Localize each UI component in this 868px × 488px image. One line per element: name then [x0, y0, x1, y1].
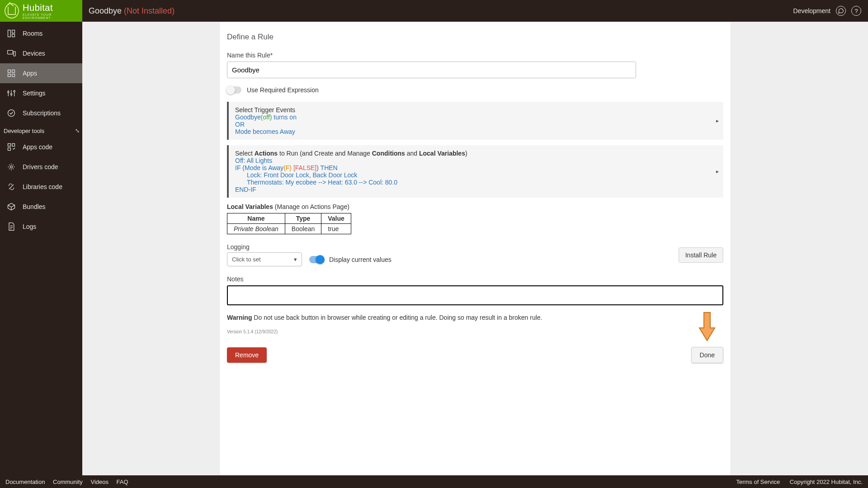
svg-point-10 — [8, 91, 9, 93]
settings-icon — [6, 88, 16, 98]
install-rule-button[interactable]: Install Rule — [679, 247, 723, 263]
done-button[interactable]: Done — [691, 347, 723, 363]
sidebar-item-label: Logs — [23, 223, 36, 230]
chat-icon[interactable] — [836, 6, 846, 16]
sidebar-item-settings[interactable]: Settings — [0, 83, 82, 103]
expand-icon: ▸ — [716, 118, 719, 124]
apps-code-icon — [6, 142, 16, 152]
required-expression-toggle[interactable] — [227, 86, 241, 94]
svg-rect-18 — [8, 148, 11, 151]
table-row: Private Boolean Boolean true — [227, 224, 351, 234]
subscriptions-icon — [6, 108, 16, 118]
svg-rect-6 — [12, 70, 15, 73]
section-title: Define a Rule — [227, 33, 723, 42]
development-link[interactable]: Development — [793, 7, 831, 14]
display-values-label: Display current values — [329, 256, 392, 263]
local-variables-table: Name Type Value Private Boolean Boolean … — [227, 213, 351, 234]
svg-point-12 — [10, 94, 12, 95]
notes-label: Notes — [227, 275, 723, 283]
logs-icon — [6, 222, 16, 232]
required-expression-label: Use Required Expression — [247, 86, 319, 94]
arrow-down-annotation — [698, 312, 717, 341]
footer-community-link[interactable]: Community — [53, 479, 83, 485]
svg-rect-5 — [8, 70, 11, 73]
developer-tools-header: Developer tools ⤡ — [0, 123, 82, 137]
footer-videos-link[interactable]: Videos — [90, 479, 108, 485]
bundles-icon — [6, 202, 16, 212]
svg-rect-4 — [14, 52, 15, 56]
app-header: Hubitat ELEVATE YOUR ENVIRONMENT Goodbye… — [0, 0, 868, 22]
svg-point-19 — [10, 166, 13, 168]
footer-copyright: Copyright 2022 Hubitat, Inc. — [790, 479, 863, 485]
sidebar-item-label: Devices — [23, 50, 45, 57]
sidebar-item-subscriptions[interactable]: Subscriptions — [0, 103, 82, 123]
svg-rect-0 — [8, 30, 11, 37]
sidebar-item-label: Drivers code — [23, 163, 58, 171]
svg-rect-7 — [8, 74, 11, 77]
logging-dropdown[interactable]: Click to set ▾ — [227, 252, 302, 266]
collapse-icon[interactable]: ⤡ — [75, 128, 80, 134]
sidebar-item-bundles[interactable]: Bundles — [0, 197, 82, 217]
logo-tagline: ELEVATE YOUR ENVIRONMENT — [23, 13, 78, 19]
drivers-code-icon — [6, 162, 16, 172]
remove-button[interactable]: Remove — [227, 347, 267, 363]
sidebar-item-logs[interactable]: Logs — [0, 217, 82, 237]
expand-icon: ▸ — [716, 168, 719, 175]
sidebar-item-label: Apps code — [23, 143, 52, 151]
sidebar-item-label: Subscriptions — [23, 109, 61, 117]
libraries-code-icon — [6, 182, 16, 192]
sidebar-item-label: Apps — [23, 70, 37, 77]
sidebar-item-apps[interactable]: Apps — [0, 63, 82, 83]
svg-point-15 — [8, 110, 15, 117]
apps-icon — [6, 68, 16, 78]
actions-block[interactable]: Select Actions to Run (and Create and Ma… — [227, 145, 723, 198]
help-icon[interactable]: ? — [851, 6, 861, 16]
svg-rect-3 — [8, 50, 13, 54]
svg-rect-1 — [12, 30, 15, 33]
logging-label: Logging — [227, 243, 302, 251]
warning-text: Warning Do not use back button in browse… — [227, 314, 723, 321]
svg-rect-17 — [12, 144, 15, 147]
name-label: Name this Rule* — [227, 52, 723, 59]
sidebar-item-rooms[interactable]: Rooms — [0, 24, 82, 43]
sidebar-item-label: Bundles — [23, 203, 46, 210]
page-title: Goodbye (Not Installed) — [89, 6, 175, 16]
logo-text: Hubitat — [23, 3, 78, 13]
display-values-toggle[interactable] — [309, 256, 324, 263]
footer-terms-link[interactable]: Terms of Service — [736, 479, 780, 485]
svg-line-20 — [9, 185, 14, 189]
sidebar-item-apps-code[interactable]: Apps code — [0, 137, 82, 157]
chevron-down-icon: ▾ — [294, 256, 297, 263]
trigger-events-block[interactable]: Select Trigger Events Goodbye(off) turns… — [227, 102, 723, 140]
svg-rect-16 — [8, 144, 11, 147]
logo-area[interactable]: Hubitat ELEVATE YOUR ENVIRONMENT — [0, 0, 82, 22]
logo: Hubitat ELEVATE YOUR ENVIRONMENT — [5, 3, 78, 19]
version-text: Version 5.1.4 (12/9/2022) — [227, 329, 723, 334]
sidebar-item-libraries-code[interactable]: Libraries code — [0, 177, 82, 197]
sidebar-item-label: Libraries code — [23, 183, 62, 190]
svg-rect-8 — [12, 74, 15, 77]
footer: Documentation Community Videos FAQ Terms… — [0, 475, 868, 488]
devices-icon — [6, 48, 16, 58]
sidebar-item-devices[interactable]: Devices — [0, 43, 82, 63]
rooms-icon — [6, 28, 16, 38]
rule-name-input[interactable] — [227, 62, 636, 78]
sidebar: Rooms Devices Apps Settings Subscription… — [0, 22, 82, 475]
sidebar-item-label: Rooms — [23, 30, 42, 37]
sidebar-item-drivers-code[interactable]: Drivers code — [0, 157, 82, 177]
svg-rect-2 — [12, 34, 15, 37]
local-variables-section: Local Variables (Manage on Actions Page)… — [227, 203, 723, 234]
svg-point-14 — [14, 90, 15, 92]
footer-documentation-link[interactable]: Documentation — [5, 479, 45, 485]
footer-faq-link[interactable]: FAQ — [117, 479, 128, 485]
sidebar-item-label: Settings — [23, 90, 46, 97]
rule-card: Define a Rule Name this Rule* Use Requir… — [220, 22, 731, 475]
install-status: (Not Installed) — [124, 6, 175, 15]
notes-textarea[interactable] — [227, 285, 723, 305]
